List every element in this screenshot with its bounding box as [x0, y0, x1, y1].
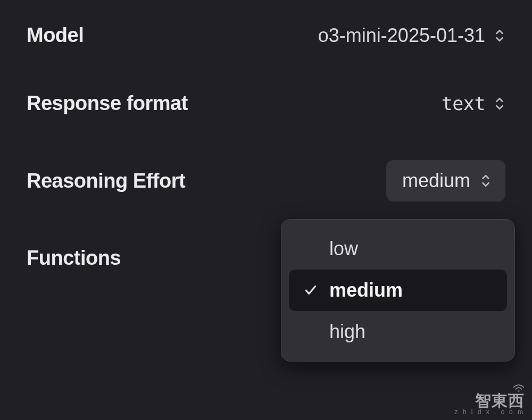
model-selector[interactable]: o3-mini-2025-01-31	[318, 24, 505, 47]
reasoning-effort-dropdown: low medium high	[281, 219, 515, 362]
model-row: Model o3-mini-2025-01-31	[27, 24, 505, 47]
response-format-row: Response format text	[27, 92, 505, 115]
option-label: low	[329, 238, 358, 260]
wifi-icon	[454, 384, 525, 394]
model-label: Model	[27, 24, 84, 47]
option-label: high	[329, 321, 365, 343]
reasoning-effort-option-high[interactable]: high	[289, 311, 507, 352]
chevron-up-down-icon	[480, 173, 492, 188]
model-value: o3-mini-2025-01-31	[318, 24, 485, 47]
reasoning-effort-option-low[interactable]: low	[289, 228, 507, 270]
option-label: medium	[329, 279, 403, 301]
chevron-up-down-icon	[494, 28, 505, 43]
response-format-label: Response format	[27, 92, 188, 115]
reasoning-effort-value: medium	[402, 170, 470, 192]
check-icon	[303, 283, 319, 297]
response-format-value: text	[442, 93, 485, 114]
watermark-main: 智東西	[454, 392, 525, 409]
watermark: 智東西 z h i d x . c o m	[454, 384, 525, 416]
chevron-up-down-icon	[494, 96, 505, 111]
watermark-sub: z h i d x . c o m	[454, 409, 525, 416]
reasoning-effort-label: Reasoning Effort	[27, 170, 185, 192]
response-format-selector[interactable]: text	[442, 93, 505, 114]
functions-label: Functions	[27, 247, 121, 270]
reasoning-effort-row: Reasoning Effort medium	[27, 160, 505, 201]
reasoning-effort-selector[interactable]: medium	[386, 160, 505, 201]
reasoning-effort-option-medium[interactable]: medium	[289, 270, 507, 311]
